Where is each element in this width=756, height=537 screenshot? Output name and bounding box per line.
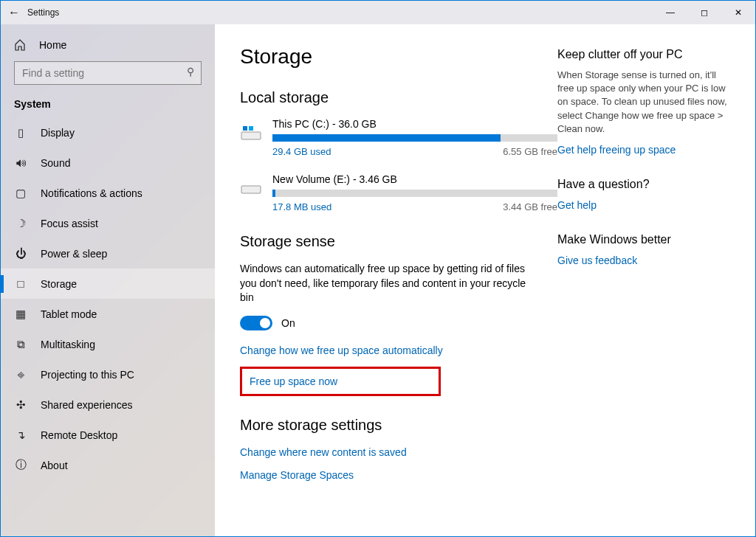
drive-e-name: New Volume (E:) - 3.46 GB xyxy=(272,173,557,185)
highlight-free-up-now: Free up space now xyxy=(240,367,441,396)
home-label: Home xyxy=(39,39,66,51)
drive-c-free: 6.55 GB free xyxy=(503,146,557,157)
storage-icon: □ xyxy=(14,277,27,291)
nav-tablet-mode[interactable]: ▦Tablet mode xyxy=(1,299,215,329)
nav-sound[interactable]: 🔊︎Sound xyxy=(1,148,215,178)
nav-list: ▯Display 🔊︎Sound ▢Notifications & action… xyxy=(1,117,215,480)
drive-c-icon xyxy=(240,122,262,145)
category-heading: System xyxy=(1,98,215,117)
search-input[interactable] xyxy=(14,61,202,85)
tip-heading: Keep clutter off your PC xyxy=(557,48,729,61)
about-icon: ⓘ xyxy=(14,459,27,472)
close-button[interactable]: ✕ xyxy=(721,1,755,24)
power-icon: ⏻ xyxy=(14,247,27,260)
nav-about[interactable]: ⓘAbout xyxy=(1,450,215,480)
tablet-icon: ▦ xyxy=(14,308,27,321)
home-icon xyxy=(14,39,26,51)
settings-window: ← Settings ― ◻ ✕ Home ⚲ System ▯Display … xyxy=(0,0,756,537)
nav-display[interactable]: ▯Display xyxy=(1,117,215,148)
feedback-heading: Make Windows better xyxy=(557,233,729,246)
sound-icon: 🔊︎ xyxy=(14,156,27,170)
notifications-icon: ▢ xyxy=(14,187,27,200)
nav-power-sleep[interactable]: ⏻Power & sleep xyxy=(1,238,215,268)
drive-e-bar xyxy=(272,190,557,197)
drive-c-bar xyxy=(272,134,557,142)
sidebar: Home ⚲ System ▯Display 🔊︎Sound ▢Notifica… xyxy=(1,24,215,536)
nav-projecting[interactable]: ⎆Projecting to this PC xyxy=(1,359,215,389)
focus-icon: ☽ xyxy=(14,217,27,230)
link-get-help[interactable]: Get help xyxy=(557,199,597,211)
storage-sense-heading: Storage sense xyxy=(240,233,557,250)
window-title: Settings xyxy=(27,7,59,18)
drive-e-used: 17.8 MB used xyxy=(272,201,331,212)
nav-multitasking[interactable]: ⧉Multitasking xyxy=(1,329,215,359)
display-icon: ▯ xyxy=(14,126,27,139)
storage-sense-description: Windows can automatically free up space … xyxy=(240,262,528,305)
drive-e-icon xyxy=(240,178,262,200)
content: Storage Local storage This PC (C:) - 36.… xyxy=(240,45,557,536)
multitasking-icon: ⧉ xyxy=(14,338,27,351)
storage-sense-state: On xyxy=(281,317,295,329)
minimize-button[interactable]: ― xyxy=(653,1,687,24)
storage-sense-toggle[interactable] xyxy=(240,316,272,330)
svg-rect-2 xyxy=(249,126,253,131)
nav-focus-assist[interactable]: ☽Focus assist xyxy=(1,208,215,238)
aside: Keep clutter off your PC When Storage se… xyxy=(557,45,729,536)
nav-shared-experiences[interactable]: ✣Shared experiences xyxy=(1,389,215,420)
link-free-up-now[interactable]: Free up space now xyxy=(250,375,337,387)
drive-e[interactable]: New Volume (E:) - 3.46 GB 17.8 MB used 3… xyxy=(240,173,557,212)
link-change-where-saved[interactable]: Change where new content is saved xyxy=(240,446,407,458)
svg-rect-4 xyxy=(241,186,261,193)
home-nav[interactable]: Home xyxy=(1,35,215,61)
nav-remote-desktop[interactable]: ↴Remote Desktop xyxy=(1,420,215,450)
titlebar: ← Settings ― ◻ ✕ xyxy=(1,1,755,24)
more-storage-heading: More storage settings xyxy=(240,417,557,434)
maximize-button[interactable]: ◻ xyxy=(687,1,721,24)
local-storage-heading: Local storage xyxy=(240,89,557,106)
drive-c[interactable]: This PC (C:) - 36.0 GB 29.4 GB used 6.55… xyxy=(240,118,557,157)
link-help-freeing-space[interactable]: Get help freeing up space xyxy=(557,144,676,156)
back-button[interactable]: ← xyxy=(8,6,27,19)
link-manage-storage-spaces[interactable]: Manage Storage Spaces xyxy=(240,469,354,481)
nav-notifications[interactable]: ▢Notifications & actions xyxy=(1,178,215,208)
remote-icon: ↴ xyxy=(14,429,27,442)
drive-c-used: 29.4 GB used xyxy=(272,146,331,157)
drive-e-free: 3.44 GB free xyxy=(503,201,557,212)
shared-icon: ✣ xyxy=(14,398,27,412)
tip-body: When Storage sense is turned on, it'll f… xyxy=(557,69,729,136)
page-title: Storage xyxy=(240,45,557,69)
nav-storage[interactable]: □Storage xyxy=(1,268,215,299)
drive-c-name: This PC (C:) - 36.0 GB xyxy=(272,118,557,130)
link-change-free-space[interactable]: Change how we free up space automaticall… xyxy=(240,344,443,356)
svg-rect-0 xyxy=(241,132,261,139)
link-give-feedback[interactable]: Give us feedback xyxy=(557,254,637,266)
question-heading: Have a question? xyxy=(557,178,729,191)
projecting-icon: ⎆ xyxy=(14,368,27,381)
main-pane: Storage Local storage This PC (C:) - 36.… xyxy=(215,24,755,536)
